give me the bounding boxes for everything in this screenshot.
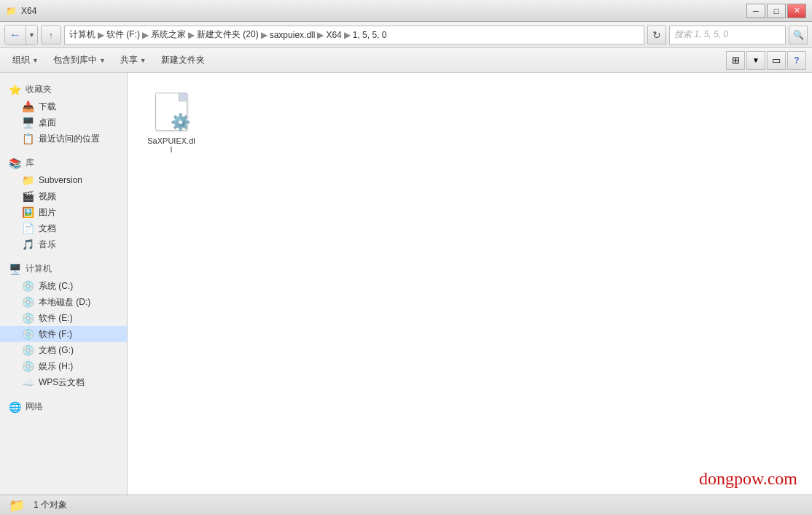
sidebar-item-subversion[interactable]: 📁 Subversion	[0, 172, 127, 188]
sidebar-item-desktop[interactable]: 🖥️ 桌面	[0, 115, 127, 131]
sidebar-item-music[interactable]: 🎵 音乐	[0, 236, 127, 252]
computer-section: 🖥️ 计算机	[0, 258, 127, 278]
favorites-star-icon: ⭐	[9, 84, 21, 96]
include-library-button[interactable]: 包含到库中 ▼	[47, 51, 112, 70]
gear-icon: ⚙️	[171, 113, 190, 132]
new-folder-label: 新建文件夹	[161, 54, 205, 66]
sidebar-item-subversion-label: Subversion	[39, 175, 82, 185]
view-options-button[interactable]: ▼	[746, 51, 765, 70]
library-section: 📚 库	[0, 152, 127, 172]
main-layout: ⭐ 收藏夹 📥 下载 🖥️ 桌面 📋 最近访问的位置 📚 库 📁 Subvers…	[0, 73, 812, 495]
watermark: dongpow.com	[699, 469, 797, 489]
sidebar-item-recent-label: 最近访问的位置	[39, 133, 100, 145]
wps-icon: ☁️	[22, 376, 34, 388]
e-drive-icon: 💿	[22, 312, 34, 324]
sidebar-item-e-drive[interactable]: 💿 软件 (E:)	[0, 310, 127, 326]
breadcrumb: 计算机 ▶ 软件 (F:) ▶ 系统之家 ▶ 新建文件夹 (20) ▶ saxp…	[69, 28, 386, 41]
new-folder-button[interactable]: 新建文件夹	[155, 51, 211, 70]
sidebar-item-video[interactable]: 🎬 视频	[0, 188, 127, 204]
sidebar-item-pictures-label: 图片	[39, 206, 56, 219]
sidebar-item-documents-label: 文档	[39, 222, 56, 235]
subversion-icon: 📁	[22, 174, 34, 186]
share-button[interactable]: 共享 ▼	[114, 51, 153, 70]
details-pane-button[interactable]: ▭	[767, 51, 786, 70]
organize-label: 组织	[12, 54, 30, 66]
pictures-icon: 🖼️	[22, 206, 34, 218]
search-icon: 🔍	[793, 30, 804, 40]
sidebar-item-f-label: 软件 (F:)	[39, 328, 72, 341]
title-bar-left: 📁 X64	[6, 6, 36, 16]
search-placeholder: 搜索 1, 5, 5, 0	[674, 28, 728, 41]
organize-button[interactable]: 组织 ▼	[6, 51, 45, 70]
documents-icon: 📄	[22, 222, 34, 234]
sidebar-item-recent[interactable]: 📋 最近访问的位置	[0, 131, 127, 147]
close-button[interactable]: ✕	[787, 4, 806, 18]
sidebar-item-documents[interactable]: 📄 文档	[0, 220, 127, 236]
sidebar-item-wps[interactable]: ☁️ WPS云文档	[0, 374, 127, 390]
window-icon: 📁	[6, 6, 17, 16]
divider-1	[0, 147, 127, 152]
music-icon: 🎵	[22, 239, 34, 250]
sidebar-item-c-drive[interactable]: 💿 系统 (C:)	[0, 278, 127, 294]
video-icon: 🎬	[22, 190, 34, 202]
maximize-button[interactable]: □	[767, 4, 786, 18]
recent-icon: 📋	[22, 133, 34, 144]
sidebar-item-video-label: 视频	[39, 190, 56, 203]
file-icon-saxpuiex: ⚙️	[151, 93, 192, 133]
favorites-section: ⭐ 收藏夹	[0, 79, 127, 98]
back-button[interactable]: ←	[5, 26, 26, 44]
sidebar-item-d-drive[interactable]: 💿 本地磁盘 (D:)	[0, 294, 127, 310]
c-drive-icon: 💿	[22, 280, 34, 292]
h-drive-icon: 💿	[22, 360, 34, 372]
help-button[interactable]: ?	[787, 51, 806, 70]
share-label: 共享	[120, 54, 138, 66]
search-button[interactable]: 🔍	[789, 26, 808, 44]
title-bar-controls: ─ □ ✕	[746, 4, 806, 18]
minimize-button[interactable]: ─	[746, 4, 765, 18]
divider-3	[0, 390, 127, 396]
computer-label: 计算机	[26, 263, 52, 275]
file-label-saxpuiex: SaXPUIEX.dll	[147, 136, 195, 154]
sidebar-item-g-label: 文档 (G:)	[39, 344, 74, 357]
computer-icon: 🖥️	[9, 263, 21, 275]
sidebar-item-g-drive[interactable]: 💿 文档 (G:)	[0, 342, 127, 358]
d-drive-icon: 💿	[22, 296, 34, 308]
sidebar-item-e-label: 软件 (E:)	[39, 312, 73, 325]
up-button[interactable]: ↑	[41, 26, 61, 44]
status-count: 1 个对象	[34, 499, 67, 511]
back-forward-group: ← ▼	[4, 25, 38, 45]
sidebar-item-music-label: 音乐	[39, 239, 56, 251]
address-bar: ← ▼ ↑ 计算机 ▶ 软件 (F:) ▶ 系统之家 ▶ 新建文件夹 (20) …	[0, 22, 812, 48]
library-icon: 📚	[9, 158, 21, 169]
title-bar-title: X64	[21, 6, 36, 16]
include-dropdown-icon: ▼	[99, 57, 106, 64]
network-icon: 🌐	[9, 401, 21, 413]
sidebar: ⭐ 收藏夹 📥 下载 🖥️ 桌面 📋 最近访问的位置 📚 库 📁 Subvers…	[0, 73, 128, 495]
divider-2	[0, 252, 127, 258]
view-toggle-button[interactable]: ⊞	[726, 51, 745, 70]
library-label: 库	[26, 157, 34, 169]
sidebar-item-f-drive[interactable]: 💿 软件 (F:)	[0, 326, 127, 342]
sidebar-item-c-label: 系统 (C:)	[39, 280, 73, 293]
content-area: ⚙️ SaXPUIEX.dll dongpow.com	[128, 73, 812, 495]
search-box[interactable]: 搜索 1, 5, 5, 0	[669, 26, 786, 44]
refresh-button[interactable]: ↻	[647, 26, 666, 44]
status-bar: 📁 1 个对象	[0, 495, 812, 515]
sidebar-item-download[interactable]: 📥 下载	[0, 98, 127, 115]
forward-dropdown[interactable]: ▼	[26, 26, 37, 44]
favorites-label: 收藏夹	[26, 83, 52, 96]
sidebar-item-h-label: 娱乐 (H:)	[39, 360, 73, 373]
sidebar-item-h-drive[interactable]: 💿 娱乐 (H:)	[0, 358, 127, 374]
share-dropdown-icon: ▼	[140, 57, 147, 64]
network-section: 🌐 网络	[0, 396, 127, 416]
file-item-saxpuiex[interactable]: ⚙️ SaXPUIEX.dll	[142, 88, 200, 159]
organize-dropdown-icon: ▼	[32, 57, 39, 64]
download-icon: 📥	[22, 101, 34, 112]
toolbar: 组织 ▼ 包含到库中 ▼ 共享 ▼ 新建文件夹 ⊞ ▼ ▭ ?	[0, 48, 812, 73]
toolbar-right: ⊞ ▼ ▭ ?	[726, 51, 806, 70]
include-library-label: 包含到库中	[53, 54, 97, 66]
g-drive-icon: 💿	[22, 344, 34, 356]
sidebar-item-pictures[interactable]: 🖼️ 图片	[0, 204, 127, 220]
address-field[interactable]: 计算机 ▶ 软件 (F:) ▶ 系统之家 ▶ 新建文件夹 (20) ▶ saxp…	[64, 26, 644, 44]
sidebar-item-desktop-label: 桌面	[39, 117, 56, 129]
